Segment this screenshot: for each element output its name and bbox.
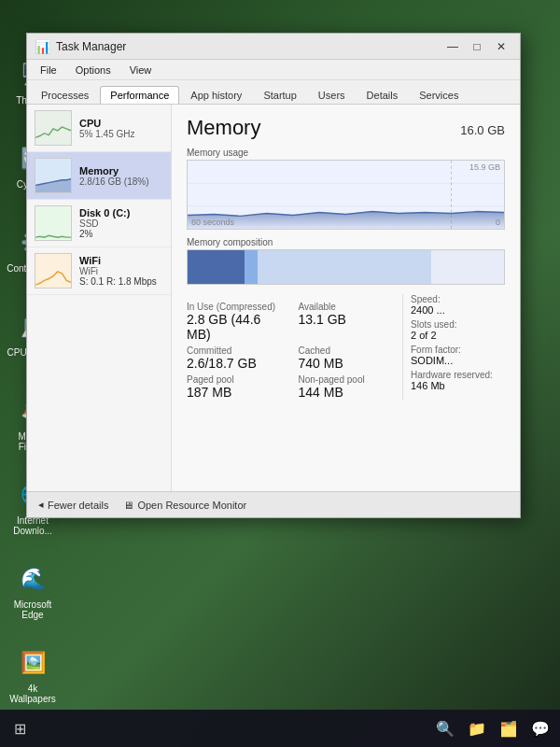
tab-users[interactable]: Users [308,86,356,104]
disk-name: Disk 0 (C:) [79,207,163,218]
cpu-stats: 5% 1.45 GHz [79,129,163,139]
stat-available: Available 13.1 GB [299,302,396,342]
stat-in-use: In Use (Compressed) 2.8 GB (44.6 MB) [187,302,284,342]
maximize-button[interactable]: □ [466,37,488,56]
title-bar-icon: 📊 [35,39,50,54]
tab-app-history[interactable]: App history [180,86,252,104]
comp-free [431,250,504,284]
comp-modified [245,250,258,284]
disk-type: SSD [79,218,163,229]
taskbar: ⊞ 🔍 📁 🗂️ 💬 [0,710,560,747]
task-manager-window: 📊 Task Manager — □ ✕ File Options View P… [26,33,521,518]
disk-mini-chart [35,205,72,241]
stats-grid: In Use (Compressed) 2.8 GB (44.6 MB) Ava… [187,302,395,400]
right-info-panel: Speed: 2400 ... Slots used: 2 of 2 Form … [402,294,505,400]
explorer-taskbar-icon[interactable]: 📁 [465,716,489,740]
detail-title: Memory [187,116,260,140]
right-slots: Slots used: 2 of 2 [411,319,505,341]
search-taskbar-icon[interactable]: 🔍 [433,716,457,740]
memory-usage-chart: 15.9 GB [187,160,505,230]
sidebar-item-memory[interactable]: Memory 2.8/16 GB (18%) [27,152,171,200]
right-hw-reserved: Hardware reserved: 146 Mb [411,370,505,391]
comp-in-use [188,250,245,284]
wifi-mini-chart [35,253,72,289]
chat-icon[interactable]: 💬 [528,716,553,740]
minimize-button[interactable]: — [441,37,464,56]
wifi-speed: S: 0.1 R: 1.8 Mbps [79,276,163,287]
title-bar: 📊 Task Manager — □ ✕ [27,34,520,60]
title-bar-controls: — □ ✕ [441,37,512,56]
sidebar-item-cpu[interactable]: CPU 5% 1.45 GHz [27,105,171,152]
close-button[interactable]: ✕ [490,37,512,56]
stat-nonpaged-pool: Non-paged pool 144 MB [299,374,396,400]
stat-cached: Cached 740 MB [299,345,396,371]
usage-chart-label: Memory usage [187,148,505,158]
sidebar: CPU 5% 1.45 GHz Memory 2.8/16 GB (18%) [27,105,172,491]
detail-total: 16.0 GB [460,123,505,137]
memory-mini-chart [35,158,72,193]
tab-details[interactable]: Details [357,86,409,104]
tab-bar: Processes Performance App history Startu… [27,80,520,105]
desktop-icon-ms-edge[interactable]: 🌊 Microsoft Edge [5,560,61,620]
stats-row: In Use (Compressed) 2.8 GB (44.6 MB) Ava… [187,294,505,400]
tab-services[interactable]: Services [409,86,469,104]
menu-options[interactable]: Options [68,63,119,78]
menu-bar: File Options View [27,60,520,80]
open-monitor-link[interactable]: 🖥 Open Resource Monitor [123,500,246,511]
chart-max-label: 15.9 GB [469,162,500,172]
menu-view[interactable]: View [122,63,160,78]
detail-panel: Memory 16.0 GB Memory usage 15.9 GB [172,105,520,491]
memory-name: Memory [79,165,163,176]
chart-time-label: 60 seconds [191,218,234,227]
stat-paged-pool: Paged pool 187 MB [187,374,284,400]
detail-header: Memory 16.0 GB [187,116,505,140]
memory-stats: 2.8/16 GB (18%) [79,176,163,187]
monitor-icon: 🖥 [123,500,133,511]
multitask-icon[interactable]: 🗂️ [497,716,521,740]
chart-min-label: 0 [496,218,500,227]
fewer-details-link[interactable]: ◂ Fewer details [38,499,108,511]
sidebar-item-wifi[interactable]: WiFi WiFi S: 0.1 R: 1.8 Mbps [27,247,171,295]
comp-standby [258,250,431,284]
stat-committed: Committed 2.6/18.7 GB [187,345,284,371]
tab-startup[interactable]: Startup [253,86,306,104]
start-button[interactable]: ⊞ [7,716,32,740]
chevron-left-icon: ◂ [38,499,44,511]
memory-composition-chart [187,249,505,285]
cpu-name: CPU [79,118,163,129]
disk-pct: 2% [79,229,163,239]
taskbar-icons: 🔍 📁 🗂️ 💬 [433,716,553,740]
menu-file[interactable]: File [33,63,64,78]
wifi-name: WiFi [79,255,163,266]
right-form-factor: Form factor: SODIM... [411,345,505,366]
title-bar-text: Task Manager [56,40,441,53]
cpu-mini-chart [35,110,72,146]
bottom-bar: ◂ Fewer details 🖥 Open Resource Monitor [27,491,520,517]
right-speed: Speed: 2400 ... [411,294,505,316]
sidebar-item-disk[interactable]: Disk 0 (C:) SSD 2% [27,200,171,247]
wifi-type: WiFi [79,266,163,276]
desktop-icon-4k[interactable]: 🖼️ 4k Wallpapers [5,644,61,704]
tab-processes[interactable]: Processes [31,86,99,104]
tab-performance[interactable]: Performance [100,86,179,104]
content-area: CPU 5% 1.45 GHz Memory 2.8/16 GB (18%) [27,105,520,491]
composition-chart-label: Memory composition [187,237,505,247]
